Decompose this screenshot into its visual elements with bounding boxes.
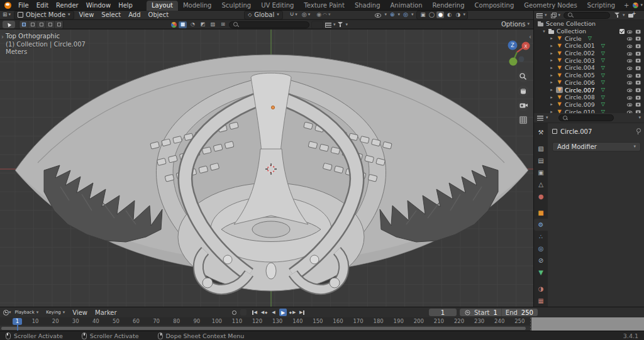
hide-viewport-toggle[interactable]	[627, 72, 633, 78]
select-mode-subtract[interactable]	[37, 21, 46, 28]
disclosure-icon[interactable]: ▸	[549, 102, 554, 107]
collection-row[interactable]: ▾ Collection	[534, 28, 644, 35]
hide-viewport-toggle[interactable]	[627, 87, 633, 93]
filter-id-type-icon[interactable]	[551, 13, 557, 18]
disable-render-toggle[interactable]	[636, 102, 641, 107]
timeline-menu-item[interactable]: View▾	[69, 309, 91, 316]
play-reverse-button[interactable]: ◀	[270, 309, 277, 316]
chevron-down-icon[interactable]: ▾	[623, 13, 625, 18]
transform-orientation-dropdown[interactable]: ◇ Global ▾	[244, 11, 283, 19]
hide-viewport-toggle[interactable]	[627, 102, 633, 107]
properties-tab[interactable]: ◑	[534, 283, 548, 295]
disable-render-toggle[interactable]	[636, 65, 641, 71]
outliner-object-row[interactable]: ▸ ▼ Circle.001 ▽	[534, 42, 644, 50]
show-object-types-icon[interactable]	[375, 12, 382, 18]
disclosure-icon[interactable]: ▸	[549, 36, 554, 41]
auto-keying-toggle[interactable]	[230, 309, 238, 316]
filter-toggle-icon[interactable]: ▨	[209, 21, 217, 28]
display-mode-icon[interactable]	[536, 13, 543, 18]
timeline-menu-item[interactable]: Marker▾	[91, 309, 121, 316]
disable-render-toggle[interactable]	[636, 28, 641, 34]
workspace-tab[interactable]: Compositing	[470, 1, 519, 11]
outliner-object-row[interactable]: ▸ ▼ Circle.004 ▽	[534, 64, 644, 72]
add-modifier-dropdown[interactable]: Add Modifier ▾	[552, 142, 641, 151]
chevron-down-icon[interactable]: ▾	[558, 13, 561, 18]
properties-tab[interactable]: ∴	[534, 231, 548, 243]
disable-render-toggle[interactable]	[636, 94, 641, 100]
disclosure-icon[interactable]: ▸	[549, 80, 554, 85]
current-frame-badge[interactable]: 1	[13, 318, 22, 325]
horizontal-scrollbar[interactable]	[1, 327, 526, 330]
select-mode-invert[interactable]	[46, 21, 55, 28]
disclosure-icon[interactable]: ▸	[549, 95, 554, 100]
chevron-down-icon[interactable]: ▾	[398, 13, 401, 17]
outliner-object-row[interactable]: ▸ ▼ Circle.007 ▽	[534, 86, 644, 94]
outliner-search-input[interactable]	[564, 12, 610, 19]
next-keyframe-button[interactable]: ◆▶	[289, 309, 296, 316]
topbar-menu-item[interactable]: Edit	[33, 1, 52, 9]
disable-render-toggle[interactable]	[636, 58, 641, 63]
outliner-object-row[interactable]: ▸ ▼ Circle.009 ▽	[534, 101, 644, 109]
disable-render-toggle[interactable]	[636, 43, 641, 49]
filter-toggle-icon[interactable]: ◔	[189, 21, 197, 28]
hide-viewport-toggle[interactable]	[627, 28, 633, 34]
workspace-tab[interactable]: Animation	[386, 1, 428, 11]
blender-logo-icon[interactable]	[4, 2, 11, 9]
editor-type-icon[interactable]	[3, 309, 9, 315]
jump-to-start-button[interactable]: ◀	[251, 309, 258, 316]
exclude-checkbox[interactable]	[619, 29, 625, 34]
proportional-edit-icon[interactable]: ◉	[316, 12, 321, 18]
jump-to-end-button[interactable]: ▶	[298, 309, 306, 316]
workspace-tab[interactable]: Modeling	[178, 1, 217, 11]
chevron-down-icon[interactable]: ▾	[411, 13, 414, 17]
filter-toggle-icon[interactable]: ■	[179, 21, 187, 28]
start-frame-field[interactable]: 1	[493, 309, 497, 316]
outliner-object-row[interactable]: ▸ ▼ Circle.005 ▽	[534, 72, 644, 79]
properties-tab[interactable]: ▣	[534, 167, 548, 178]
new-collection-button[interactable]	[628, 12, 636, 18]
editor-type-icon[interactable]	[537, 115, 543, 121]
outliner-object-row[interactable]: ▸ ▼ Circle.002 ▽	[534, 50, 644, 57]
editor-type-icon[interactable]: ⊞	[3, 12, 8, 18]
scene-icon[interactable]	[633, 3, 638, 8]
chevron-down-icon[interactable]: ▾	[346, 23, 348, 27]
hide-viewport-toggle[interactable]	[627, 50, 633, 56]
hide-viewport-toggle[interactable]	[627, 65, 633, 71]
outliner-object-row[interactable]: ▸ ▼ Circle.010 ▽	[534, 108, 644, 113]
snap-magnet-icon[interactable]: ∪	[290, 11, 294, 17]
workspace-tab[interactable]: Layout	[147, 1, 178, 11]
properties-tab[interactable]: △	[534, 178, 548, 190]
play-button[interactable]: ▶	[279, 309, 287, 316]
overlays-toggle-icon[interactable]: ◎	[403, 12, 408, 18]
material-preview-icon[interactable]: ◐	[445, 11, 453, 18]
properties-tab[interactable]: ●	[534, 190, 548, 202]
pan-button[interactable]	[518, 85, 529, 97]
display-mode-icon[interactable]	[325, 22, 331, 28]
timeline-menu-item[interactable]: Keying▾	[42, 310, 69, 315]
mode-dropdown[interactable]: Object Mode ▾	[14, 11, 74, 19]
disable-render-toggle[interactable]	[636, 80, 641, 85]
filter-funnel-icon[interactable]	[614, 12, 621, 18]
hide-viewport-toggle[interactable]	[627, 80, 633, 85]
use-preview-range-icon[interactable]	[465, 310, 470, 315]
falloff-icon[interactable]: ◠	[323, 13, 327, 18]
active-tool-button[interactable]	[3, 21, 15, 28]
workspace-tab[interactable]: Texture Paint	[299, 1, 350, 11]
workspace-tab[interactable]: Sculpting	[216, 1, 256, 11]
workspace-tab[interactable]: Geometry Nodes	[519, 1, 582, 11]
outliner-object-row[interactable]: ▸ ▼ Circle.003 ▽	[534, 57, 644, 64]
filter-funnel-icon[interactable]	[338, 21, 344, 28]
chevron-down-icon[interactable]: ▾	[308, 13, 311, 17]
viewport-menu-item[interactable]: Add	[125, 11, 144, 18]
hide-viewport-toggle[interactable]	[627, 58, 633, 63]
disclosure-icon[interactable]: ▸	[549, 43, 554, 48]
workspace-tab[interactable]: Rendering	[427, 1, 469, 11]
filter-toggle-icon[interactable]: ◩	[199, 21, 207, 28]
pin-icon[interactable]	[635, 128, 641, 135]
properties-tab[interactable]: ▼	[534, 266, 548, 278]
workspace-tab[interactable]: Shading	[350, 1, 386, 11]
disable-render-toggle[interactable]	[636, 36, 641, 41]
outliner-object-row[interactable]: ▸ ▼ Circle.006 ▽	[534, 79, 644, 87]
chevron-down-icon[interactable]: ▾	[9, 13, 11, 17]
add-workspace-button[interactable]: +	[620, 1, 633, 10]
